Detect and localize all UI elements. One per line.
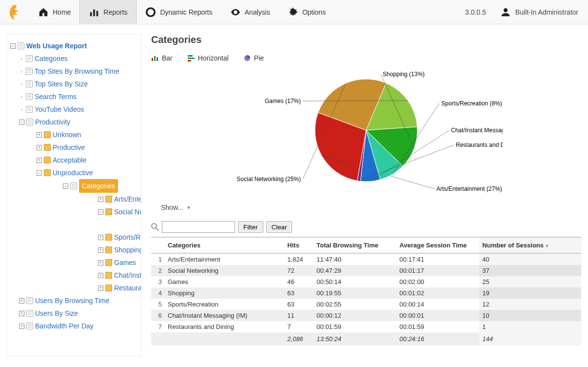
table-row[interactable]: 2Social Networking7200:47:2900:01:1737 <box>151 265 581 276</box>
nav-home[interactable]: Home <box>29 0 79 24</box>
tree-youtube[interactable]: ›YouTube Videos <box>19 103 138 116</box>
svg-rect-5 <box>154 56 156 61</box>
tree-arts[interactable]: +Arts/Entertainment <box>98 193 138 205</box>
page-icon <box>26 68 33 75</box>
tree-social[interactable]: −Social Networking <box>98 205 138 218</box>
nav-options[interactable]: Options <box>279 0 334 24</box>
chart-type-pie[interactable]: Pie <box>243 54 264 62</box>
main-nav: Home Reports Dynamic Reports Analysis Op… <box>29 0 334 24</box>
nav-analysis[interactable]: Analysis <box>221 0 279 24</box>
svg-line-19 <box>156 228 158 230</box>
chart-type-bar[interactable]: Bar <box>151 54 173 62</box>
col-avg[interactable]: Average Session Time <box>396 238 479 253</box>
report-icon <box>18 42 24 49</box>
clear-button[interactable]: Clear <box>266 221 293 233</box>
nav-options-label: Options <box>302 8 326 16</box>
folder-icon <box>105 285 112 291</box>
tree-users-size[interactable]: +Users By Size <box>19 307 138 320</box>
nav-analysis-label: Analysis <box>245 8 270 16</box>
filter-button[interactable]: Filter <box>238 221 263 233</box>
chart-type-horizontal[interactable]: Horizontal <box>187 54 229 62</box>
bar-icon <box>151 55 159 61</box>
folder-icon <box>105 196 112 203</box>
pie-label: Restaurants and Dining (<1%) <box>456 142 503 148</box>
nav-home-label: Home <box>53 8 71 16</box>
filter-input[interactable] <box>162 221 235 233</box>
tree-productive[interactable]: +Productive <box>37 141 138 154</box>
tree-chat[interactable]: +Chat/Instant Messag <box>98 269 138 282</box>
folder-icon <box>44 157 51 163</box>
home-icon <box>38 7 49 18</box>
tree-games[interactable]: +Games <box>98 256 138 269</box>
svg-rect-7 <box>188 55 193 57</box>
tree-productivity[interactable]: −Productivity <box>19 116 138 128</box>
nav-dynamic[interactable]: Dynamic Reports <box>137 0 221 24</box>
page-icon <box>26 81 33 87</box>
svg-rect-0 <box>90 12 92 16</box>
report-tree: −Web Usage Report ›Categories ›Top Sites… <box>7 34 141 356</box>
svg-rect-4 <box>152 58 153 61</box>
folder-icon <box>44 144 51 151</box>
svg-rect-1 <box>94 9 96 16</box>
topbar: Home Reports Dynamic Reports Analysis Op… <box>0 0 588 24</box>
total-sessions: 144 <box>479 332 581 346</box>
version-label: 3.0.0.5 <box>465 8 486 16</box>
pie-chart: Arts/Entertainment (27%)Social Networkin… <box>151 67 581 194</box>
gear-icon <box>288 7 298 18</box>
folder-icon <box>44 169 51 176</box>
svg-rect-9 <box>188 60 191 61</box>
tree-dining[interactable]: +Restaurants and Dini <box>98 282 138 294</box>
pie-icon <box>243 55 251 61</box>
pie-label: Social Networking (25%) <box>237 176 301 183</box>
tree-users-time[interactable]: +Users By Browsing Time <box>19 294 138 307</box>
nav-reports[interactable]: Reports <box>79 0 137 24</box>
bar-chart-icon <box>89 7 99 18</box>
pie-label: Shopping (13%) <box>383 71 425 78</box>
tree-topsites-size[interactable]: ›Top Sites By Size <box>19 78 138 90</box>
table-row[interactable]: 4Shopping6300:19:5500:01:0219 <box>151 287 581 299</box>
page-icon <box>26 106 33 113</box>
table-row[interactable]: 6Chat/Instant Messaging (IM)1100:00:1200… <box>151 310 581 321</box>
filter-bar: Filter Clear <box>151 219 581 238</box>
tree-bandwidth[interactable]: +Bandwidth Per Day <box>19 320 138 332</box>
tree-acceptable[interactable]: +Acceptable <box>37 154 138 166</box>
chart-type-selector: Bar Horizontal Pie <box>151 54 581 62</box>
table-row[interactable]: 1Arts/Entertainment1,82411:47:4000:17:41… <box>151 253 581 265</box>
table-row[interactable]: 5Sports/Recreation6300:02:5500:00:1412 <box>151 299 581 310</box>
pie-label: Chat/Instant Messaging (IM) (6%) <box>451 127 503 134</box>
page-icon <box>26 323 33 329</box>
tree-unproductive[interactable]: −Unproductive <box>37 166 138 179</box>
user-label: Built-In Administrator <box>515 8 578 16</box>
tree-topsites-time[interactable]: ›Top Sites By Browsing Time <box>19 65 138 78</box>
user-icon <box>501 7 510 17</box>
user-menu[interactable]: Built-In Administrator <box>501 7 578 17</box>
caret-down-icon: ▼ <box>186 205 191 210</box>
svg-rect-8 <box>188 58 195 59</box>
tree-shopping[interactable]: +Shopping <box>98 244 138 256</box>
tree-sports[interactable]: +Sports/Recreation <box>98 231 138 244</box>
folder-icon <box>105 208 112 215</box>
page-title: Categories <box>151 34 581 45</box>
page-icon <box>26 93 33 100</box>
tree-root[interactable]: −Web Usage Report <box>10 40 138 52</box>
folder-icon <box>105 246 112 253</box>
folder-icon <box>105 259 112 266</box>
show-dropdown[interactable]: Show... ▼ <box>151 204 581 211</box>
tree-categories[interactable]: ›Categories <box>19 52 138 65</box>
tree-unknown[interactable]: +Unknown <box>37 128 138 141</box>
tree-search-terms[interactable]: ›Search Terms <box>19 90 138 103</box>
pie-label: Sports/Recreation (8%) <box>441 100 502 107</box>
col-categories[interactable]: Categories <box>165 238 284 253</box>
folder-icon <box>44 131 51 138</box>
page-icon <box>26 119 33 125</box>
folder-icon <box>105 272 112 279</box>
col-sessions[interactable]: Number of Sessions <box>479 238 581 253</box>
tree-unprod-categories[interactable]: −Categories <box>63 179 138 193</box>
table-row[interactable]: 3Games4600:50:1400:02:0025 <box>151 276 581 287</box>
col-total[interactable]: Total Browsing Time <box>314 238 396 253</box>
col-hits[interactable]: Hits <box>284 238 314 253</box>
folder-icon <box>105 234 112 241</box>
svg-rect-2 <box>97 11 98 16</box>
total-hits: 2,086 <box>284 332 314 346</box>
table-row[interactable]: 7Restaurants and Dining700:01:5900:01:59… <box>151 321 581 332</box>
